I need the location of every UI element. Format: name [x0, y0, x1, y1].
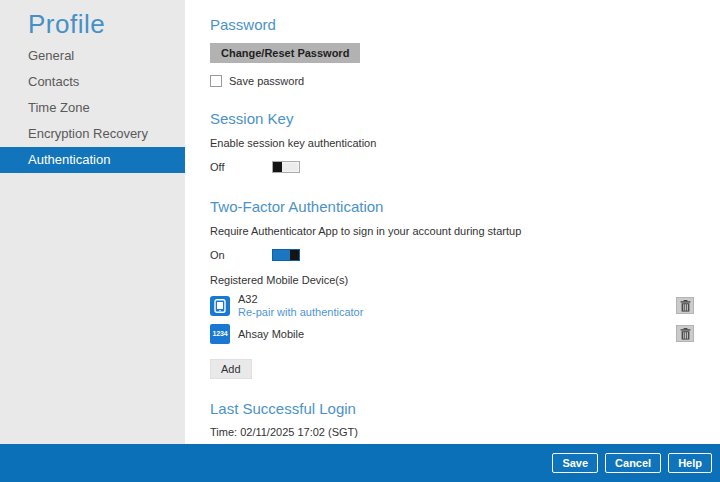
session-key-section-heading: Session Key	[210, 110, 694, 128]
passcode-icon: 1234	[210, 324, 230, 344]
toggle-knob	[273, 162, 282, 172]
page-title: Profile	[28, 8, 185, 41]
trash-icon	[680, 328, 691, 340]
last-login-section-heading: Last Successful Login	[210, 400, 694, 418]
delete-device-button[interactable]	[676, 325, 694, 342]
sidebar-item-encryption-recovery[interactable]: Encryption Recovery	[0, 121, 185, 147]
trash-icon	[680, 300, 691, 312]
device-texts: Ahsay Mobile	[238, 328, 304, 340]
password-section-heading: Password	[210, 16, 694, 34]
device-name: A32	[238, 293, 363, 305]
device-name: Ahsay Mobile	[238, 328, 304, 340]
add-device-button[interactable]: Add	[210, 359, 252, 379]
save-password-row: Save password	[210, 75, 694, 87]
toggle-knob	[290, 250, 299, 260]
last-login-time: Time: 02/11/2025 17:02 (SGT)	[210, 427, 694, 438]
main-content: Password Change/Reset Password Save pass…	[185, 0, 720, 444]
sidebar-item-authentication[interactable]: Authentication	[0, 147, 185, 173]
device-list: A32 Re-pair with authenticator 1234 Ahsa…	[210, 293, 694, 344]
session-key-toggle-row: Off	[210, 160, 694, 174]
device-row: 1234 Ahsay Mobile	[210, 323, 694, 344]
footer-bar: Save Cancel Help	[0, 444, 720, 482]
two-factor-description: Require Authenticator App to sign in you…	[210, 225, 694, 238]
two-factor-toggle-label: On	[210, 249, 272, 261]
delete-device-button[interactable]	[676, 297, 694, 314]
help-button[interactable]: Help	[668, 453, 712, 473]
device-row: A32 Re-pair with authenticator	[210, 293, 694, 318]
cancel-button[interactable]: Cancel	[605, 453, 661, 473]
session-key-toggle[interactable]	[272, 161, 300, 173]
sidebar-item-time-zone[interactable]: Time Zone	[0, 95, 185, 121]
two-factor-toggle[interactable]	[272, 249, 300, 261]
two-factor-section-heading: Two-Factor Authentication	[210, 198, 694, 216]
smartphone-icon	[210, 296, 230, 316]
device-texts: A32 Re-pair with authenticator	[238, 293, 363, 318]
repair-authenticator-link[interactable]: Re-pair with authenticator	[238, 306, 363, 318]
sidebar-item-general[interactable]: General	[0, 43, 185, 69]
sidebar: Profile General Contacts Time Zone Encry…	[0, 0, 185, 444]
save-button[interactable]: Save	[552, 453, 598, 473]
session-key-description: Enable session key authentication	[210, 137, 694, 150]
change-reset-password-button[interactable]: Change/Reset Password	[210, 43, 360, 63]
session-key-toggle-label: Off	[210, 161, 272, 173]
sidebar-nav: General Contacts Time Zone Encryption Re…	[0, 43, 185, 173]
save-password-checkbox[interactable]	[210, 75, 222, 87]
sidebar-item-contacts[interactable]: Contacts	[0, 69, 185, 95]
two-factor-toggle-row: On	[210, 248, 694, 262]
registered-devices-label: Registered Mobile Device(s)	[210, 274, 694, 286]
save-password-label: Save password	[229, 75, 304, 87]
